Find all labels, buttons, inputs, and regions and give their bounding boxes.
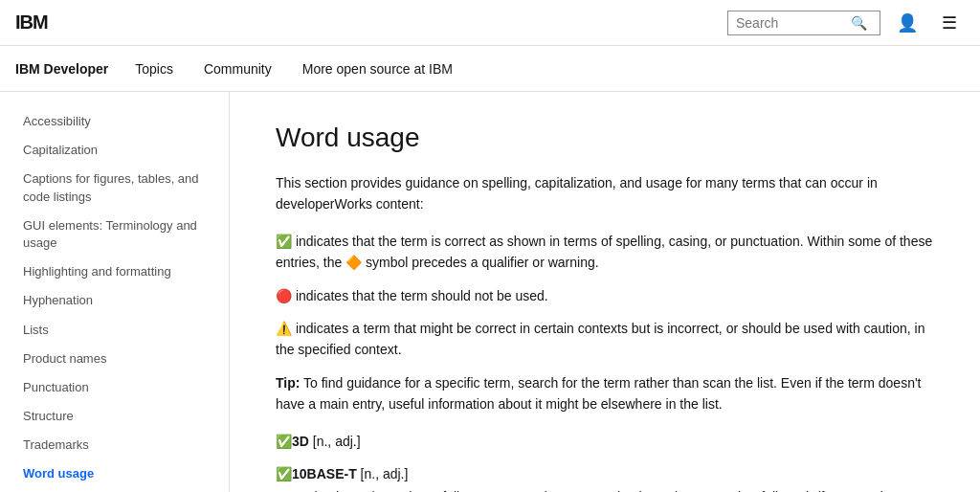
entry-check-icon-2: ✅ xyxy=(276,466,292,481)
user-icon: 👤 xyxy=(897,12,918,34)
intro-text: This section provides guidance on spelli… xyxy=(276,172,934,215)
page-title: Word usage xyxy=(276,123,934,153)
nav-item-topics[interactable]: Topics xyxy=(131,61,177,77)
entry-3d: ✅3D [n., adj.] xyxy=(276,431,934,452)
entry-detail-10baset: Use a hyphen when a letter follows "BASE… xyxy=(276,486,934,492)
qualifier-icon: 🔶 xyxy=(345,255,362,270)
search-box[interactable]: 🔍 xyxy=(727,11,880,35)
legend-warn-text: indicates a term that might be correct i… xyxy=(276,321,924,357)
menu-icon-button[interactable]: ☰ xyxy=(934,8,965,38)
sidebar-item-gui[interactable]: GUI elements: Terminology and usage xyxy=(0,212,229,257)
sidebar-item-highlighting[interactable]: Highlighting and formatting xyxy=(0,257,229,286)
legend-check-text2: symbol precedes a qualifier or warning. xyxy=(362,255,598,270)
tip-block: Tip: To find guidance for a specific ter… xyxy=(276,372,934,415)
sidebar-item-product-names[interactable]: Product names xyxy=(0,345,229,373)
check-icon: ✅ xyxy=(276,234,292,249)
sidebar-item-punctuation[interactable]: Punctuation xyxy=(0,373,229,402)
top-bar-right: 🔍 👤 ☰ xyxy=(727,8,965,38)
warn-icon: ⚠️ xyxy=(276,321,292,336)
nav-item-opensource[interactable]: More open source at IBM xyxy=(299,61,457,77)
legend-item-check: ✅ indicates that the term is correct as … xyxy=(276,231,934,274)
sidebar: Accessibility Capitalization Captions fo… xyxy=(0,92,230,492)
legend-item-warn: ⚠️ indicates a term that might be correc… xyxy=(276,318,934,361)
sidebar-item-structure[interactable]: Structure xyxy=(0,402,229,431)
red-icon: 🔴 xyxy=(276,288,292,303)
sidebar-item-capitalization[interactable]: Capitalization xyxy=(0,136,229,165)
top-bar: IBM 🔍 👤 ☰ xyxy=(0,0,980,46)
sidebar-item-captions[interactable]: Captions for figures, tables, and code l… xyxy=(0,165,229,211)
nav-bar: IBM Developer Topics Community More open… xyxy=(0,46,980,92)
sidebar-item-resources[interactable]: Resources xyxy=(0,489,229,492)
sidebar-item-accessibility[interactable]: Accessibility xyxy=(0,107,229,136)
entry-term-3d: 3D xyxy=(292,434,309,449)
main-content: Word usage This section provides guidanc… xyxy=(230,92,980,492)
layout: Accessibility Capitalization Captions fo… xyxy=(0,92,980,492)
hamburger-icon: ☰ xyxy=(942,12,957,34)
legend-item-red: 🔴 indicates that the term should not be … xyxy=(276,285,934,306)
sidebar-item-hyphenation[interactable]: Hyphenation xyxy=(0,286,229,315)
search-icon: 🔍 xyxy=(851,15,867,31)
sidebar-item-word-usage[interactable]: Word usage xyxy=(0,459,229,488)
entry-descriptor-3d: [n., adj.] xyxy=(313,434,361,449)
legend-red-text: indicates that the term should not be us… xyxy=(296,288,548,303)
top-bar-left: IBM xyxy=(15,11,59,34)
user-icon-button[interactable]: 👤 xyxy=(892,8,923,38)
entry-descriptor-10baset: [n., adj.] xyxy=(361,466,409,481)
entry-10baset: ✅10BASE-T [n., adj.] Use a hyphen when a… xyxy=(276,463,934,492)
tip-label: Tip: xyxy=(276,375,300,391)
sidebar-item-lists[interactable]: Lists xyxy=(0,316,229,345)
tip-text: To find guidance for a specific term, se… xyxy=(276,375,921,412)
nav-item-community[interactable]: Community xyxy=(200,61,276,77)
entry-term-10baset: 10BASE-T xyxy=(292,466,357,481)
entry-check-icon: ✅ xyxy=(276,434,292,449)
nav-brand[interactable]: IBM Developer xyxy=(15,61,108,77)
sidebar-item-trademarks[interactable]: Trademarks xyxy=(0,431,229,459)
ibm-logo: IBM xyxy=(15,11,48,34)
search-input[interactable] xyxy=(736,15,851,31)
